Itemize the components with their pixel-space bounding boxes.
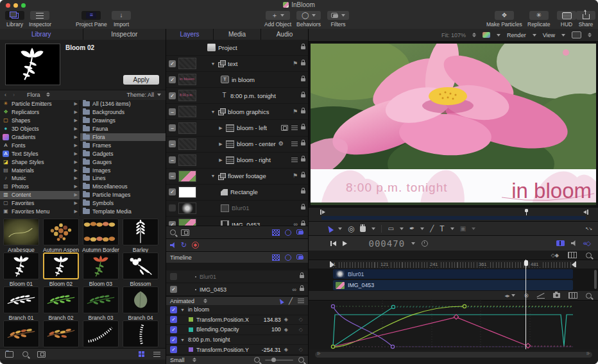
lock-icon[interactable] bbox=[300, 275, 304, 278]
layer-row-bloom-graphics[interactable]: – ▼ bloom graphics ⚑ bbox=[166, 104, 308, 120]
disclosure-down-icon[interactable]: ▼ bbox=[180, 338, 185, 342]
category-favorites-menu[interactable]: ▣Favorites Menu▶ bbox=[0, 208, 80, 216]
folder-fauna[interactable]: Fauna bbox=[80, 125, 166, 133]
render-menu[interactable]: Render bbox=[507, 32, 526, 38]
lock-icon[interactable] bbox=[301, 46, 305, 49]
folder-gadgets[interactable]: Gadgets bbox=[80, 149, 166, 158]
zoom-in-icon[interactable] bbox=[298, 357, 304, 363]
keyframe-icon[interactable]: ◈ bbox=[284, 317, 288, 322]
import-button[interactable]: ↓Import bbox=[112, 11, 131, 28]
show-timeline-icon[interactable] bbox=[556, 240, 565, 246]
show-keyframes-icon[interactable]: «◇ bbox=[583, 240, 590, 247]
track-lane-img0453[interactable]: IMG_0453 bbox=[309, 279, 598, 292]
category-materials[interactable]: ▤Materials▶ bbox=[0, 166, 80, 174]
thumb-row4-4[interactable] bbox=[122, 320, 159, 347]
tab-media[interactable]: Media bbox=[214, 29, 261, 40]
lock-icon[interactable] bbox=[301, 206, 305, 210]
layer-checkbox-mixed[interactable]: – bbox=[169, 124, 176, 131]
view-menu[interactable]: View bbox=[543, 32, 555, 38]
flag-icon[interactable]: ⚑ bbox=[293, 61, 298, 67]
category-shapes[interactable]: ▢Shapes▶ bbox=[0, 117, 80, 125]
lock-icon[interactable] bbox=[301, 78, 305, 81]
thumb-bloom-02-selected[interactable]: Bloom 02 bbox=[42, 252, 80, 287]
thumb-blossom[interactable]: Blossom bbox=[122, 252, 159, 287]
lock-icon[interactable] bbox=[301, 174, 305, 178]
thumb-autumn-aspen[interactable]: Autumn Aspen bbox=[42, 219, 80, 253]
param-value[interactable]: 100 bbox=[271, 326, 281, 333]
line-tool-icon[interactable]: ╱ bbox=[430, 225, 434, 232]
snapshot-camera-icon[interactable] bbox=[553, 293, 560, 298]
thumb-branch-04[interactable]: Branch 04 bbox=[122, 286, 159, 321]
track-checkbox-off[interactable]: ✓ bbox=[170, 273, 177, 280]
show-behaviors-icon[interactable] bbox=[285, 229, 291, 236]
layer-row-bloom-right[interactable]: – ▶ bloom - right bbox=[166, 153, 308, 169]
apply-button[interactable]: Apply bbox=[123, 75, 159, 85]
folder-flora[interactable]: Flora bbox=[80, 133, 166, 142]
thumb-row4-1[interactable] bbox=[3, 320, 40, 347]
layer-checkbox[interactable]: ✓ bbox=[169, 76, 176, 83]
param-value[interactable]: -254.31 bbox=[262, 347, 281, 353]
rectangle-tool-icon[interactable]: ▭ bbox=[388, 225, 393, 232]
folder-particle-images[interactable]: Particle Images bbox=[80, 191, 166, 199]
grid-view-icon[interactable] bbox=[139, 351, 144, 357]
animated-row-opacity[interactable]: ✓ Blending.Opacity 100 ◈◇ bbox=[166, 325, 308, 335]
expand-view-icon[interactable]: ↖↘ bbox=[585, 226, 592, 231]
layer-row-bloom-center[interactable]: – ▶ bloom - center ⚙ bbox=[166, 136, 308, 153]
track-checkbox[interactable]: ✓ bbox=[170, 286, 177, 293]
timeline-behaviors-icon[interactable] bbox=[285, 254, 291, 261]
frames-icon[interactable] bbox=[568, 252, 577, 258]
layer-row-in-bloom[interactable]: ✓ Tin bloom bbox=[166, 72, 308, 88]
filters-button[interactable]: Filters bbox=[327, 11, 349, 28]
lock-icon[interactable] bbox=[301, 158, 305, 161]
timeline-zoom-icon[interactable] bbox=[586, 252, 592, 258]
back-arrow-icon[interactable]: ‹ bbox=[4, 92, 6, 98]
keyframe-nav-icon[interactable]: ◇ bbox=[299, 347, 303, 352]
bezier-tool-icon[interactable]: ✒ bbox=[409, 225, 414, 232]
mini-playhead[interactable] bbox=[526, 209, 527, 215]
lock-icon[interactable] bbox=[301, 142, 305, 145]
disclosure-right-icon[interactable]: ▶ bbox=[218, 142, 223, 147]
disclosure-down-icon[interactable]: ▼ bbox=[210, 174, 216, 178]
keyframe-nav-icon[interactable]: ◇ bbox=[299, 317, 303, 322]
search-icon[interactable] bbox=[22, 351, 28, 357]
show-filters-icon[interactable] bbox=[296, 229, 304, 235]
layer-checkbox-mixed[interactable]: – bbox=[169, 140, 176, 147]
anim-checkbox[interactable]: ✓ bbox=[170, 346, 177, 353]
timecode-toggle-icon[interactable] bbox=[422, 240, 428, 247]
flag-icon[interactable]: ⚑ bbox=[293, 109, 298, 115]
curve-snapshot-icon[interactable]: ◂▸ bbox=[504, 293, 515, 299]
pan-tool-icon[interactable] bbox=[360, 226, 366, 232]
lock-icon[interactable] bbox=[301, 94, 305, 97]
layer-row-flower-footage[interactable]: – ▼ flower footage ⚑ bbox=[166, 169, 308, 185]
pen-icon[interactable]: ╱ bbox=[289, 297, 293, 304]
theme-dropdown[interactable]: Theme: All bbox=[126, 92, 154, 98]
category-particle-emitters[interactable]: ✳Particle Emitters▶ bbox=[0, 100, 80, 108]
hud-button[interactable]: HUD bbox=[557, 11, 576, 28]
disclosure-right-icon[interactable]: ▶ bbox=[218, 126, 223, 131]
keyframe-curve-editor[interactable] bbox=[309, 301, 598, 349]
zoom-slider[interactable] bbox=[265, 360, 293, 361]
edit-pointer-icon[interactable] bbox=[278, 297, 284, 304]
animated-row-800-tonight[interactable]: ✓ ▼ 8:00 p.m. tonight bbox=[166, 335, 308, 345]
library-toolbar-button[interactable]: Library bbox=[5, 11, 24, 28]
display-stepper[interactable] bbox=[588, 33, 592, 37]
ruler-in-marker[interactable] bbox=[330, 261, 334, 267]
layer-row-project[interactable]: Project bbox=[166, 40, 308, 56]
thumb-row4-2[interactable] bbox=[42, 320, 80, 347]
category-text-styles[interactable]: AText Styles▶ bbox=[0, 149, 80, 158]
category-favorites[interactable]: ▢Favorites▶ bbox=[0, 199, 80, 208]
thumb-branch-02[interactable]: Branch 02 bbox=[42, 286, 80, 321]
folder-gauges[interactable]: Gauges bbox=[80, 158, 166, 166]
folder-miscellaneous[interactable]: Miscellaneous bbox=[80, 183, 166, 191]
forward-arrow-icon[interactable]: › bbox=[13, 92, 15, 98]
path-stepper[interactable] bbox=[46, 92, 50, 97]
timeline-masks-icon[interactable] bbox=[272, 254, 280, 261]
thumb-autumn-border[interactable]: Autumn Border bbox=[82, 219, 119, 253]
make-particles-button[interactable]: ❖Make Particles bbox=[486, 11, 522, 28]
folder-drawings[interactable]: Drawings bbox=[80, 117, 166, 125]
clear-curve-icon[interactable]: ⊗ bbox=[524, 292, 529, 299]
layer-checkbox[interactable]: ✓ bbox=[169, 60, 176, 67]
thumb-bloom-01[interactable]: Bloom 01 bbox=[3, 252, 40, 287]
track-size-stepper[interactable] bbox=[192, 358, 196, 362]
select-tool-icon[interactable] bbox=[326, 224, 334, 233]
